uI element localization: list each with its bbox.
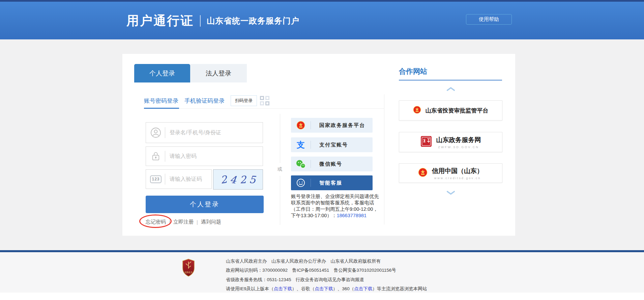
third-party-national-platform-button[interactable]: 国家政务服务平台: [291, 118, 373, 133]
field-divider: [165, 127, 165, 138]
username-field[interactable]: [146, 122, 263, 143]
badge-text: 党政机关: [184, 271, 193, 274]
partner-item-subtitle: ZWFW.SD.GOV.CN: [438, 145, 479, 149]
lock-icon: [150, 151, 162, 161]
button-divider: [311, 160, 311, 168]
forgot-password-link[interactable]: 忘记密码: [146, 219, 166, 225]
login-submit-button[interactable]: 个人登录: [146, 196, 264, 213]
active-method-underline: [144, 108, 179, 109]
partner-item-investment-platform[interactable]: 山东省投资审批监管平台: [399, 100, 502, 121]
register-link[interactable]: 立即注册: [173, 219, 194, 225]
footer-line-1: 山东省人民政府主办 山东省人民政府办公厅承办 山东省人民政府版权所有: [226, 257, 427, 266]
field-divider: [165, 151, 165, 162]
brand: 用户通行证 山东省统一政务服务门户: [126, 12, 299, 29]
captcha-digit: 4: [229, 173, 237, 186]
footer-line-2: 政府网站识别码：3700000092 鲁ICP备05051451 鲁公网安备37…: [226, 266, 427, 275]
divider-line: [280, 114, 280, 163]
password-input[interactable]: [170, 153, 263, 159]
footer-line-4: 请使用IE9及以上版本（点击下载）、谷歌（点击下载）、360（点击下载）等主流浏…: [226, 284, 427, 293]
field-divider: [165, 174, 165, 185]
method-password-login[interactable]: 账号密码登录: [144, 97, 178, 105]
button-divider: [311, 179, 311, 187]
brand-title: 用户通行证: [126, 12, 194, 29]
link-separator: |: [197, 219, 198, 225]
captcha-digit: 2: [239, 173, 246, 186]
government-badge-icon: 党政机关: [182, 258, 195, 277]
service-phone-link[interactable]: 18663778981: [336, 213, 367, 218]
partner-item-subtitle: www.creditsd.gov.cn: [434, 176, 481, 180]
captcha-field[interactable]: 123: [146, 169, 212, 189]
chevron-up-icon[interactable]: [446, 87, 456, 92]
chevron-down-icon[interactable]: [446, 190, 456, 195]
partner-emblem-icon: [418, 168, 428, 178]
third-party-alipay-button[interactable]: 支 支付宝账号: [291, 137, 373, 152]
link-separator: |: [169, 219, 170, 225]
password-field[interactable]: [146, 146, 263, 166]
login-methods: 账号密码登录 手机验证码登录 扫码登录: [144, 95, 270, 106]
third-party-smart-customer-service-button[interactable]: 智能客服: [291, 175, 373, 190]
download-link-360[interactable]: 点击下载: [354, 286, 372, 291]
third-party-label: 支付宝账号: [319, 142, 348, 148]
problem-link[interactable]: 遇到问题: [201, 219, 221, 225]
partner-item-credit-china[interactable]: 信用中国（山东） www.creditsd.gov.cn: [399, 163, 502, 183]
captcha-input[interactable]: [170, 176, 211, 182]
qr-code-icon[interactable]: [260, 95, 270, 106]
help-button[interactable]: 使用帮助: [466, 14, 512, 25]
or-label: 或: [277, 166, 282, 172]
captcha-image[interactable]: 2 4 2 5: [213, 169, 263, 190]
header: 用户通行证 山东省统一政务服务门户 使用帮助: [0, 0, 644, 39]
user-icon: [150, 127, 162, 138]
download-link-chrome[interactable]: 点击下载: [315, 286, 333, 291]
customer-service-icon: [295, 178, 306, 188]
captcha-digit: 5: [248, 173, 256, 186]
third-party-label: 智能客服: [319, 180, 342, 186]
button-divider: [311, 121, 311, 129]
national-emblem-icon: [295, 121, 306, 130]
or-divider: 或: [275, 114, 285, 225]
method-sms-login[interactable]: 手机验证码登录: [184, 97, 225, 105]
footer-line-3: 省级政务服务热线：0531-12345 行政业务咨询电话见办事咨询频道: [226, 275, 427, 284]
footer-line-4-text: 请使用IE9及以上版本（: [226, 286, 274, 291]
brand-divider: [200, 15, 201, 27]
wechat-icon: [295, 160, 306, 169]
third-party-label: 国家政务服务平台: [319, 122, 365, 129]
username-input[interactable]: [170, 130, 263, 136]
partner-panel-title: 合作网站: [399, 67, 427, 76]
tab-corporate-login[interactable]: 法人登录: [190, 64, 247, 82]
panel-divider-line: [384, 94, 384, 225]
captcha-123-icon: 123: [150, 175, 162, 183]
service-note: 账号登录注册、企业绑定相关问题请优先联系页面中的智能客服系统，客服电话（工作日：…: [291, 193, 382, 219]
method-scan-login[interactable]: 扫码登录: [231, 95, 257, 106]
download-link-ie[interactable]: 点击下载: [274, 286, 292, 291]
partner-item-label: 山东政务服务网: [436, 136, 481, 144]
footer-line-4-text: ）、谷歌（: [292, 286, 315, 291]
login-card: 个人登录 法人登录 账号密码登录 手机验证码登录 扫码登录: [122, 54, 515, 236]
alipay-icon: 支: [295, 139, 306, 150]
footer-line-4-text: ）等主流浏览器浏览本网站: [372, 286, 427, 291]
header-top-strip: [0, 0, 644, 2]
helper-links: 忘记密码 | 立即注册 | 遇到问题: [146, 219, 221, 225]
partner-item-label: 信用中国（山东）: [432, 167, 483, 175]
partner-item-government-service-site[interactable]: 山东政务服务网 ZWFW.SD.GOV.CN: [399, 132, 502, 152]
divider-line: [280, 176, 280, 225]
footer-line-4-text: ）、360（: [333, 286, 354, 291]
partner-item-label: 山东省投资审批监管平台: [426, 107, 489, 114]
partner-seal-icon: [420, 135, 432, 149]
footer: 党政机关 山东省人民政府主办 山东省人民政府办公厅承办 山东省人民政府版权所有 …: [0, 252, 644, 293]
brand-subtitle: 山东省统一政务服务门户: [207, 15, 299, 26]
partner-title-underline: [399, 80, 502, 80]
third-party-wechat-button[interactable]: 微信账号: [291, 157, 373, 171]
footer-text: 山东省人民政府主办 山东省人民政府办公厅承办 山东省人民政府版权所有 政府网站识…: [226, 257, 427, 294]
button-divider: [311, 141, 311, 149]
page: 用户通行证 山东省统一政务服务门户 使用帮助 个人登录 法人登录 账号密码登录 …: [0, 0, 644, 300]
third-party-label: 微信账号: [319, 161, 342, 167]
captcha-digit: 2: [220, 173, 228, 186]
methods-divider-line: [144, 108, 384, 109]
partner-emblem-icon: [413, 106, 421, 115]
tab-personal-login[interactable]: 个人登录: [134, 64, 190, 82]
